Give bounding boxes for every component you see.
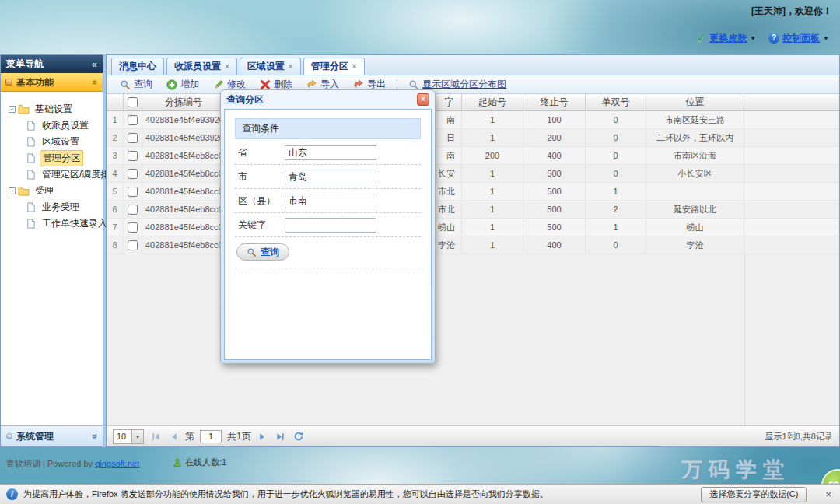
row-checkbox[interactable] [128, 151, 138, 161]
cell-oddeven: 0 [586, 165, 646, 183]
row-number: 8 [107, 236, 124, 254]
sidebar-section-basic[interactable]: 基本功能 « [1, 73, 103, 92]
table-row[interactable]: 3402881e45f4eb8cc015南2004000市南区沿海 [107, 147, 839, 165]
province-field[interactable] [285, 145, 376, 160]
header-start[interactable]: 起始号 [462, 94, 523, 111]
close-icon[interactable]: × [289, 62, 293, 71]
tab-message-center[interactable]: 消息中心 [111, 58, 164, 75]
row-checkbox-cell [124, 183, 142, 201]
next-page-button[interactable] [257, 430, 269, 443]
refresh-icon[interactable] [292, 430, 305, 443]
desktop: [王天沛]，欢迎你！ ✓ 更换皮肤 ▼ ? 控制面板 ▼ 菜单导航 « 基本功能… [0, 0, 840, 504]
tab-manage-partition[interactable]: 管理分区 × [303, 58, 365, 75]
online-label: 在线人数:1 [185, 457, 226, 468]
tab-region-settings[interactable]: 区域设置 × [240, 58, 301, 75]
row-checkbox[interactable] [128, 240, 138, 250]
change-skin-link[interactable]: ✓ 更换皮肤 ▼ [697, 31, 757, 45]
keyword-field[interactable] [285, 218, 376, 233]
tree-item-label[interactable]: 受理 [33, 184, 56, 198]
cell-oddeven: 0 [586, 147, 646, 165]
tab-courier-settings[interactable]: 收派员设置 × [166, 58, 237, 75]
brand-link[interactable]: qingsoft.net [95, 459, 139, 468]
select-all-checkbox[interactable] [128, 97, 138, 107]
header-location[interactable]: 位置 [646, 94, 744, 111]
last-page-button[interactable] [275, 430, 287, 443]
dialog-query-button[interactable]: 查询 [236, 243, 289, 261]
tree-item-label[interactable]: 业务受理 [40, 200, 82, 215]
row-checkbox[interactable] [128, 222, 138, 233]
query-button[interactable]: 查询 [114, 77, 158, 93]
tree-item-manage-partition[interactable]: 管理分区 [1, 150, 103, 166]
row-number: 1 [107, 111, 124, 129]
tree-item-dispatch-schedule[interactable]: 管理定区/调度排班 [1, 166, 103, 183]
header-sort-id[interactable]: 分拣编号 [142, 94, 222, 111]
header-rownum [107, 94, 124, 111]
close-icon[interactable]: × [823, 488, 834, 500]
tab-label: 消息中心 [119, 60, 156, 73]
sidebar-spacer [1, 232, 103, 425]
prev-page-button[interactable] [167, 430, 180, 443]
row-checkbox[interactable] [128, 115, 138, 125]
button-label: 增加 [180, 78, 199, 91]
change-skin-label[interactable]: 更换皮肤 [709, 32, 747, 45]
table-row[interactable]: 7402881e45f4eb8cc015崂山15001崂山 [107, 219, 839, 236]
tree-item-worksheet-entry[interactable]: 工作单快速录入 [1, 215, 103, 232]
row-checkbox[interactable] [128, 187, 138, 197]
dialog-header[interactable]: 查询分区 × [221, 90, 435, 109]
tree-item-courier-settings[interactable]: 收派员设置 [1, 117, 103, 134]
tab-label: 收派员设置 [174, 60, 221, 73]
tree-folder-accept[interactable]: - 受理 [1, 183, 103, 199]
page-size-select[interactable]: 10 ▼ [113, 429, 144, 444]
tree-item-label[interactable]: 区域设置 [40, 135, 82, 149]
cell-location: 崂山 [646, 219, 744, 236]
close-icon[interactable]: × [352, 62, 357, 71]
header-oddeven[interactable]: 单双号 [586, 94, 646, 111]
table-row[interactable]: 6402881e45f4eb8cc015市北15002延安路以北 [107, 201, 839, 219]
tree-item-business-accept[interactable]: 业务受理 [1, 199, 103, 215]
page-number-input[interactable] [200, 430, 222, 443]
row-number: 7 [107, 219, 124, 236]
row-checkbox[interactable] [128, 133, 138, 143]
tab-label: 区域设置 [247, 60, 285, 73]
table-row[interactable]: 8402881e45f4eb8cc015李沧14000李沧 [107, 236, 839, 254]
cell-start: 1 [462, 219, 523, 236]
dialog-button-row: 查询 [235, 237, 421, 268]
cell-start: 1 [462, 236, 523, 254]
row-checkbox[interactable] [128, 169, 138, 179]
expand-down-icon: « [89, 434, 100, 439]
collapse-up-icon: « [86, 79, 105, 85]
collapse-box-icon[interactable]: - [9, 187, 16, 194]
file-icon [25, 121, 37, 131]
close-icon[interactable]: × [225, 62, 229, 71]
tree-item-label-selected[interactable]: 管理分区 [40, 150, 83, 166]
file-icon [25, 153, 37, 163]
cell-end: 500 [523, 201, 586, 219]
cell-sort-id: 402881e45f4e9392015 [142, 111, 222, 129]
row-checkbox[interactable] [128, 205, 138, 215]
tab-label: 管理分区 [311, 60, 348, 73]
row-number: 2 [107, 129, 124, 147]
header-end[interactable]: 终止号 [523, 94, 586, 111]
tree-item-label[interactable]: 工作单快速录入 [40, 216, 110, 231]
tree-item-label[interactable]: 基础设置 [33, 102, 75, 117]
table-row[interactable]: 4402881e45f4eb8cc015长安15000小长安区 [107, 165, 839, 183]
table-row[interactable]: 5402881e45f4eb8cc015市北15001 [107, 183, 839, 201]
cell-sort-id: 402881e45f4eb8cc015 [142, 183, 222, 201]
close-icon[interactable]: × [417, 93, 429, 106]
add-button[interactable]: 增加 [161, 77, 205, 93]
table-row[interactable]: 2402881e45f4e9392015日12000二环以外，五环以内 [107, 129, 839, 147]
first-page-button[interactable] [149, 430, 162, 443]
district-field[interactable] [285, 194, 376, 208]
share-data-button[interactable]: 选择您要分享的数据(C) [701, 487, 807, 502]
collapse-box-icon[interactable]: - [9, 106, 16, 113]
tree-item-region-settings[interactable]: 区域设置 [1, 134, 103, 150]
row-checkbox-cell [124, 219, 142, 236]
collapse-left-icon[interactable]: « [92, 55, 97, 73]
tree-folder-basic-settings[interactable]: - 基础设置 [1, 101, 103, 117]
city-field[interactable] [285, 170, 376, 184]
sidebar-section-system[interactable]: 系统管理 « [1, 425, 103, 446]
table-row[interactable]: 1402881e45f4e9392015南11000市南区延安三路 [107, 111, 839, 129]
tree-item-label[interactable]: 收派员设置 [40, 118, 91, 133]
control-panel-link[interactable]: ? 控制面板 ▼ [768, 32, 829, 45]
control-panel-label[interactable]: 控制面板 [782, 32, 820, 45]
